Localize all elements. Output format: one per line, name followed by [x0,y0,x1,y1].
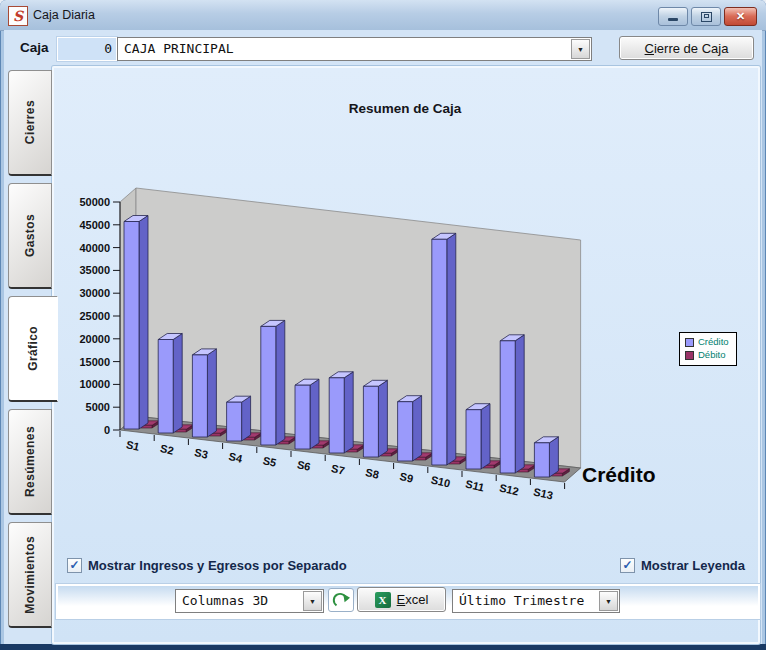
separate-checkbox[interactable]: ✓ [67,558,82,573]
chart-type-select[interactable]: Columnas 3D ▼ [175,589,324,613]
chart-type-value: Columnas 3D [176,590,323,611]
maximize-button[interactable] [691,7,721,26]
chevron-down-icon: ▼ [605,598,612,605]
legend-checkbox[interactable]: ✓ [620,558,635,573]
option-separate: ✓ Mostrar Ingresos y Egresos por Separad… [67,558,347,573]
minimize-button[interactable] [658,7,688,26]
cierre-de-caja-button[interactable]: Cierre de Caja [619,36,754,60]
caja-number-field[interactable]: 0 [57,37,117,61]
chart-legend: CréditoDébito [679,332,737,366]
option-legend: ✓ Mostrar Leyenda [620,558,745,573]
legend-label: Crédito [698,337,729,347]
period-arrow-button[interactable]: ▼ [599,591,618,611]
chevron-down-icon: ▼ [577,46,584,53]
sidebar-tab-movimientos[interactable]: Movimientos [8,522,52,628]
chart-title: Resumen de Caja [52,101,758,116]
sidebar-tab-label: Gráfico [26,326,40,371]
sidebar-tab-gastos[interactable]: Gastos [8,183,52,289]
caja-select-arrow-button[interactable]: ▼ [571,39,590,59]
excel-button-label: Excel [397,592,429,607]
period-value: Último Trimestre [453,590,619,611]
sidebar-tab-label: Cierres [23,100,37,144]
sidebar-tab-label: Gastos [23,214,37,257]
app-logo-icon: S [8,6,28,26]
sidebar-tab-label: Movimientos [23,536,37,614]
check-icon: ✓ [622,559,632,571]
caja-select-value: CAJA PRINCIPAL [118,38,591,59]
refresh-button[interactable] [328,588,354,612]
titlebar: S Caja Diaria ✕ [0,0,766,31]
window-controls: ✕ [658,7,757,26]
legend-checkbox-label: Mostrar Leyenda [641,558,745,573]
sidebar-tab-resumenes[interactable]: Resúmenes [8,409,52,515]
excel-icon: X [375,592,391,608]
sidebar-tab-label: Resúmenes [23,426,37,497]
maximize-icon [701,12,712,22]
legend-swatch-icon [685,351,694,360]
app-window: S Caja Diaria ✕ Caja 0 CAJA PRINCIPAL ▼ … [0,0,766,650]
caja-select[interactable]: CAJA PRINCIPAL ▼ [117,37,592,61]
minimize-icon [668,18,678,21]
window-title: Caja Diaria [33,8,95,22]
chart-type-arrow-button[interactable]: ▼ [303,591,322,611]
caja-label: Caja [20,40,49,55]
window-bottom-edge [0,644,766,650]
redo-arrow-icon [332,591,350,609]
legend-swatch-icon [685,338,694,347]
legend-item: Crédito [685,337,731,347]
excel-button[interactable]: X Excel [357,587,446,612]
sidebar-tabs: CierresGastosGráficoResúmenesMovimientos [8,70,52,628]
sidebar-tab-cierres[interactable]: Cierres [8,70,52,176]
series-axis-label: Crédito [582,463,656,487]
chevron-down-icon: ▼ [309,598,316,605]
close-icon: ✕ [736,11,745,22]
legend-item: Débito [685,350,731,360]
sidebar-tab-grafico[interactable]: Gráfico [8,296,58,402]
close-button[interactable]: ✕ [724,7,757,26]
bottom-toolbar: Columnas 3D ▼ X Excel Último Trimestre ▼ [56,584,760,619]
period-select[interactable]: Último Trimestre ▼ [452,589,620,613]
legend-label: Débito [698,350,725,360]
separate-checkbox-label: Mostrar Ingresos y Egresos por Separado [88,558,347,573]
check-icon: ✓ [69,559,79,571]
